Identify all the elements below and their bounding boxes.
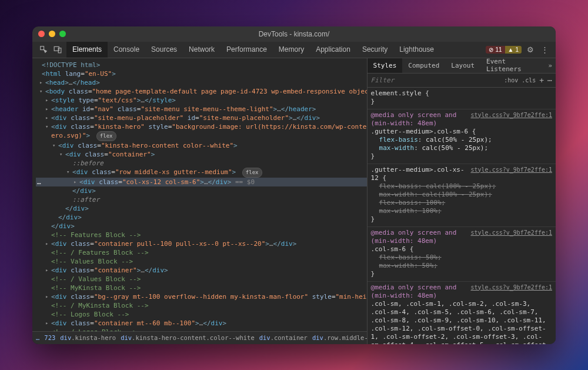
gear-icon[interactable]: ⚙ [525, 45, 536, 54]
styles-panel: StylesComputedLayoutEvent Listeners» :ho… [368, 58, 556, 344]
styles-tabs: StylesComputedLayoutEvent Listeners» [368, 58, 556, 74]
dom-node[interactable]: <!-- / MyKinsta Block --> [36, 301, 367, 310]
styles-tab-event-listeners[interactable]: Event Listeners [480, 58, 544, 73]
dom-node[interactable]: <!-- Logos Block --> [36, 310, 367, 319]
dom-node[interactable]: <!-- / Logos Block --> [36, 328, 367, 331]
disclosure-icon[interactable]: ▸ [45, 239, 48, 248]
dom-node[interactable]: <!DOCTYPE html> [36, 61, 367, 69]
breadcrumb-item[interactable]: div.row.middle-xs.gutter--medium [312, 334, 367, 342]
content-area: <!DOCTYPE html><html lang="en-US">▸<head… [32, 58, 556, 344]
source-link[interactable]: style.css?v_9bf7e2ffe:1 [471, 166, 552, 174]
dom-node[interactable]: ::after [36, 195, 367, 204]
dom-node[interactable]: </div> [36, 222, 367, 231]
dom-node[interactable]: </div> [36, 204, 367, 213]
dom-node[interactable]: ▸<div class="col-xs-12 col-sm-6">…</div>… [36, 178, 367, 186]
disclosure-icon[interactable]: ▸ [45, 319, 48, 328]
source-link[interactable]: style.css?v_9bf7e2ffe:1 [471, 284, 552, 292]
window-title: DevTools - kinsta.com/ [32, 30, 556, 38]
new-style-icon[interactable]: + [539, 76, 544, 85]
dom-node[interactable]: <html lang="en-US"> [36, 69, 367, 78]
breadcrumb-item[interactable]: … [36, 334, 39, 342]
dom-node[interactable]: ▸<div class="site-menu-placeholder" id="… [36, 114, 367, 122]
styles-tab-styles[interactable]: Styles [368, 58, 403, 73]
styles-rules[interactable]: element.style {}style.css?v_9bf7e2ffe:1@… [368, 88, 556, 344]
style-rule[interactable]: element.style {} [368, 88, 556, 109]
dom-node[interactable]: ▸<div class="container">…</div> [36, 266, 367, 275]
breadcrumbs[interactable]: … 723 div.kinsta-hero div.kinsta-hero-co… [32, 331, 367, 344]
dom-node[interactable]: ▾<div class="kinsta-hero-content color--… [36, 141, 367, 150]
tab-elements[interactable]: Elements [66, 42, 108, 58]
dom-node[interactable]: ▸<header id="nav" class="site-menu site-… [36, 105, 367, 114]
dom-node[interactable]: ▸<div class="container pull--100 pull--x… [36, 239, 367, 248]
style-rule[interactable]: style.css?v_9bf7e2ffe:1@media only scree… [368, 109, 556, 164]
tab-performance[interactable]: Performance [220, 42, 273, 58]
issues-badge[interactable]: ⊘11 ▲1 [486, 46, 522, 54]
tab-lighthouse[interactable]: Lighthouse [393, 42, 440, 58]
source-link[interactable]: style.css?v_9bf7e2ffe:1 [471, 229, 552, 237]
disclosure-icon[interactable]: ▸ [45, 266, 48, 275]
disclosure-icon[interactable]: ▾ [45, 122, 48, 131]
dom-node[interactable]: <!-- Values Block --> [36, 257, 367, 266]
tab-application[interactable]: Application [310, 42, 356, 58]
style-rule[interactable]: style.css?v_9bf7e2ffe:1@media only scree… [368, 282, 556, 344]
tab-network[interactable]: Network [183, 42, 220, 58]
dom-node[interactable]: <!-- / Features Block --> [36, 248, 367, 257]
window-titlebar: DevTools - kinsta.com/ [32, 26, 556, 42]
breadcrumb-item[interactable]: div.kinsta-hero [60, 334, 116, 342]
dom-node[interactable]: ▾<body class="home page-template-default… [36, 87, 367, 96]
disclosure-icon[interactable]: ▸ [39, 78, 42, 87]
tab-security[interactable]: Security [356, 42, 393, 58]
breadcrumb-item[interactable]: div.kinsta-hero-content.color--white [121, 334, 255, 342]
error-icon: ⊘ [489, 46, 493, 53]
cls-toggle[interactable]: .cls [522, 77, 536, 84]
dom-node[interactable]: ▸<style type="text/css">…</style> [36, 96, 367, 105]
disclosure-icon[interactable]: ▸ [74, 178, 76, 186]
styles-tab-layout[interactable]: Layout [445, 58, 480, 73]
dom-node[interactable]: ero.svg)"> flex [36, 131, 367, 141]
tab-sources[interactable]: Sources [145, 42, 183, 58]
tab-console[interactable]: Console [108, 42, 145, 58]
tab-memory[interactable]: Memory [273, 42, 310, 58]
devtools-window: DevTools - kinsta.com/ ElementsConsoleSo… [32, 26, 556, 344]
dom-tree[interactable]: <!DOCTYPE html><html lang="en-US">▸<head… [32, 58, 367, 331]
style-rule[interactable]: style.css?v_9bf7e2ffe:1.gutter--medium>.… [368, 164, 556, 227]
warning-icon: ▲ [508, 46, 514, 53]
dom-node[interactable]: ▾<div class="kinsta-hero" style="backgro… [36, 122, 367, 131]
dom-node[interactable]: <!-- / Values Block --> [36, 275, 367, 284]
dom-node[interactable]: ▸<head>…</head> [36, 78, 367, 87]
disclosure-icon[interactable]: ▾ [39, 87, 42, 96]
breadcrumb-item[interactable]: 723 [44, 334, 55, 342]
disclosure-icon[interactable]: ▸ [45, 96, 48, 105]
dom-node[interactable]: ▾<div class="row middle-xs gutter--mediu… [36, 168, 367, 178]
source-link[interactable]: style.css?v_9bf7e2ffe:1 [471, 111, 552, 119]
dom-node[interactable]: </div> [36, 213, 367, 222]
disclosure-icon[interactable]: ▾ [66, 168, 69, 176]
dom-node[interactable]: ::before [36, 159, 367, 168]
disclosure-icon[interactable]: ▸ [45, 292, 48, 301]
styles-tabs-overflow-icon[interactable]: » [544, 58, 556, 73]
styles-submenu-icon[interactable]: ⋯ [547, 76, 552, 85]
hov-toggle[interactable]: :hov [504, 77, 518, 84]
dom-node[interactable]: <!-- Features Block --> [36, 231, 367, 239]
disclosure-icon[interactable]: ▸ [45, 105, 48, 114]
styles-tab-computed[interactable]: Computed [402, 58, 445, 73]
dom-node[interactable]: ▸<div class="bg--gray mt--100 overflow--… [36, 292, 367, 301]
main-tabbar: ElementsConsoleSourcesNetworkPerformance… [32, 42, 556, 58]
dom-node[interactable]: ▾<div class="container"> [36, 150, 367, 159]
main-tabs: ElementsConsoleSourcesNetworkPerformance… [66, 42, 440, 58]
inspect-icon[interactable] [38, 44, 49, 55]
disclosure-icon[interactable]: ▾ [52, 141, 55, 150]
styles-filter-row: :hov .cls + ⋯ [368, 74, 556, 88]
breadcrumb-item[interactable]: div.container [259, 334, 308, 342]
disclosure-icon[interactable]: ▾ [59, 150, 62, 159]
more-icon[interactable]: ⋮ [539, 45, 550, 54]
dom-node[interactable]: <!-- MyKinsta Block --> [36, 284, 367, 292]
disclosure-icon[interactable]: ▸ [45, 114, 48, 122]
dom-node[interactable]: ▸<div class="container mt--60 mb--100">…… [36, 319, 367, 328]
dom-node[interactable]: </div> [36, 186, 367, 195]
styles-filter-input[interactable] [371, 76, 501, 84]
device-mode-icon[interactable] [52, 44, 63, 55]
style-rule[interactable]: style.css?v_9bf7e2ffe:1@media only scree… [368, 227, 556, 282]
dom-panel: <!DOCTYPE html><html lang="en-US">▸<head… [32, 58, 368, 344]
